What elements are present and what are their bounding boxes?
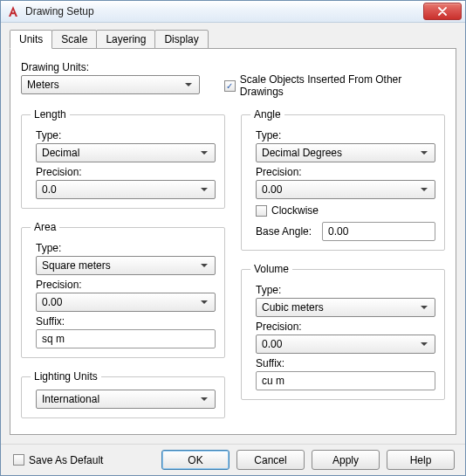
length-type-select[interactable]: Decimal (36, 143, 216, 162)
area-suffix-input[interactable]: sq m (36, 329, 216, 348)
angle-legend: Angle (250, 108, 284, 121)
length-precision-label: Precision: (36, 166, 216, 178)
tab-units[interactable]: Units (10, 30, 52, 49)
lighting-select[interactable]: International (36, 390, 216, 409)
group-area: Area Type: Square meters Precision: 0.00… (21, 221, 225, 358)
area-type-select[interactable]: Square meters (36, 256, 216, 275)
length-type-label: Type: (36, 129, 216, 141)
length-precision-value: 0.0 (42, 183, 57, 196)
scale-inserted-label: Scale Objects Inserted From Other Drawin… (240, 73, 445, 98)
volume-type-value: Cubic meters (262, 301, 324, 314)
drawing-units-label: Drawing Units: (21, 61, 200, 73)
tab-scale[interactable]: Scale (51, 30, 97, 49)
angle-type-value: Decimal Degrees (262, 147, 342, 159)
angle-type-label: Type: (256, 129, 435, 141)
base-angle-label: Base Angle: (256, 225, 312, 238)
angle-precision-value: 0.00 (262, 183, 282, 196)
angle-type-select[interactable]: Decimal Degrees (256, 143, 435, 162)
area-type-value: Square meters (42, 259, 111, 272)
volume-legend: Volume (250, 263, 292, 275)
area-suffix-label: Suffix: (36, 315, 216, 328)
app-icon (6, 4, 20, 18)
window-title: Drawing Setup (25, 5, 423, 17)
tabstrip: Units Scale Layering Display (10, 30, 456, 49)
base-angle-input[interactable]: 0.00 (322, 222, 435, 241)
volume-type-select[interactable]: Cubic meters (256, 298, 435, 317)
lighting-value: International (42, 393, 99, 405)
checkbox-icon (256, 205, 267, 217)
scale-inserted-checkbox[interactable]: ✓ Scale Objects Inserted From Other Draw… (224, 73, 445, 98)
volume-type-label: Type: (256, 284, 435, 296)
dialog-body: Units Scale Layering Display Drawing Uni… (1, 23, 465, 444)
save-default-checkbox[interactable]: Save As Default (13, 454, 103, 466)
drawing-units-select[interactable]: Meters (21, 75, 200, 94)
checkbox-icon (13, 454, 24, 466)
close-button[interactable] (423, 3, 462, 20)
length-type-value: Decimal (42, 147, 79, 159)
dialog-drawing-setup: Drawing Setup Units Scale Layering Displ… (0, 0, 466, 476)
area-type-label: Type: (36, 242, 216, 254)
base-angle-value: 0.00 (328, 225, 348, 238)
group-lighting: Lighting Units International (21, 370, 225, 418)
area-precision-select[interactable]: 0.00 (36, 293, 216, 312)
volume-precision-value: 0.00 (262, 338, 282, 350)
tabpanel-units: Drawing Units: Meters ✓ Scale Objects In… (10, 48, 456, 435)
ok-button[interactable]: OK (161, 450, 230, 470)
volume-suffix-input[interactable]: cu m (256, 371, 435, 390)
area-suffix-value: sq m (42, 333, 65, 345)
volume-precision-select[interactable]: 0.00 (256, 335, 435, 354)
volume-suffix-label: Suffix: (256, 357, 435, 369)
drawing-units-value: Meters (27, 79, 59, 91)
left-column: Length Type: Decimal Precision: 0.0 (21, 103, 225, 425)
right-column: Angle Type: Decimal Degrees Precision: 0… (241, 103, 445, 425)
length-legend: Length (31, 108, 70, 121)
group-volume: Volume Type: Cubic meters Precision: 0.0… (241, 263, 445, 400)
cancel-button[interactable]: Cancel (236, 450, 305, 470)
volume-suffix-value: cu m (262, 375, 284, 387)
angle-clockwise-label: Clockwise (271, 204, 319, 217)
group-length: Length Type: Decimal Precision: 0.0 (21, 108, 225, 209)
help-button[interactable]: Help (387, 450, 455, 470)
apply-button[interactable]: Apply (312, 450, 380, 470)
area-legend: Area (31, 221, 59, 233)
lighting-legend: Lighting Units (31, 370, 101, 383)
group-angle: Angle Type: Decimal Degrees Precision: 0… (241, 108, 445, 251)
titlebar: Drawing Setup (1, 1, 465, 23)
dialog-footer: Save As Default OK Cancel Apply Help (1, 444, 465, 475)
volume-precision-label: Precision: (256, 321, 435, 333)
area-precision-label: Precision: (36, 279, 216, 291)
tab-display[interactable]: Display (154, 30, 208, 49)
angle-precision-label: Precision: (256, 166, 435, 178)
save-default-label: Save As Default (29, 454, 103, 466)
angle-precision-select[interactable]: 0.00 (256, 180, 435, 199)
checkbox-icon: ✓ (224, 80, 236, 92)
tab-layering[interactable]: Layering (96, 30, 155, 49)
length-precision-select[interactable]: 0.0 (36, 180, 216, 199)
angle-clockwise-checkbox[interactable]: Clockwise (256, 204, 435, 217)
area-precision-value: 0.00 (42, 296, 62, 308)
